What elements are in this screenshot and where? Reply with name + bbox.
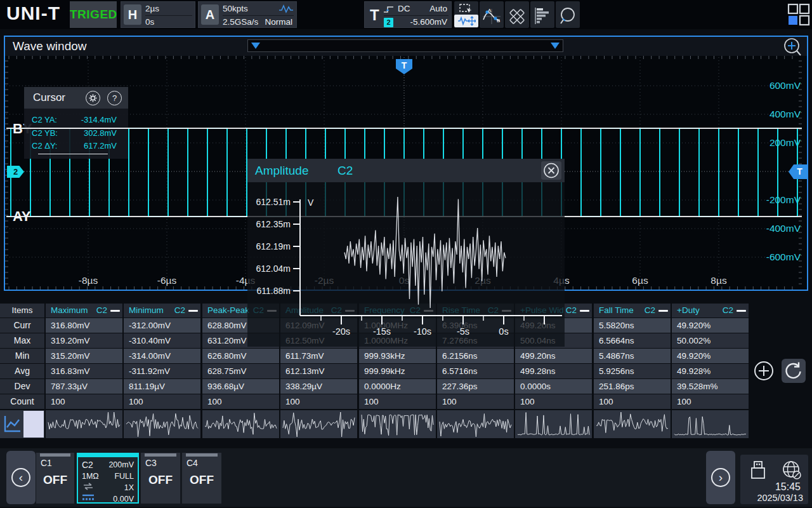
amplitude-trend-popup[interactable]: Amplitude C2 612.51m612.35m612.19m612.04… <box>247 159 565 347</box>
channel-name: C1 <box>41 458 52 468</box>
acquire-label: A <box>201 4 219 25</box>
row-label-curr: Curr <box>0 318 44 333</box>
popup-titlebar[interactable]: Amplitude C2 <box>247 159 565 182</box>
channel-color-dash <box>188 310 198 312</box>
sparkline-cell <box>672 410 749 438</box>
reset-statistics-button[interactable] <box>782 359 806 383</box>
cursor-b-line[interactable] <box>6 128 802 129</box>
measure-value-cell: 811.19µV <box>124 379 200 394</box>
tool-measure[interactable] <box>505 1 529 28</box>
trigger-status-badge: TRIGED <box>70 1 117 28</box>
measure-value-cell: 100 <box>359 394 436 409</box>
measure-value-cell: 100 <box>46 394 122 409</box>
card-tab <box>145 453 176 457</box>
zoom-in-button[interactable] <box>782 37 803 57</box>
measure-value-cell: 5.9256ns <box>594 364 671 378</box>
bottom-channel-bar: ‹ C1 OFFC2200mV1MΩFULL 1X 0.00VC3 OFFC4 … <box>0 448 812 507</box>
tool-statistics[interactable] <box>530 1 554 28</box>
channel-setting-row: C2200mV <box>82 459 134 471</box>
measure-value-cell: 6.5716ns <box>437 364 514 378</box>
measure-value-cell: 999.99kHz <box>359 364 436 378</box>
measure-value-cell: 49.920% <box>672 349 749 363</box>
measure-value-cell: 100 <box>515 394 592 409</box>
channel-card-c3[interactable]: C3 OFF <box>141 453 180 504</box>
prev-page-button[interactable]: ‹ <box>6 451 36 504</box>
measure-value-cell: 499.28ns <box>515 364 592 378</box>
channel-color-dash <box>580 310 589 312</box>
chevron-left-icon: ‹ <box>11 468 30 487</box>
trigger-panel[interactable]: T DC Auto 2 -5.600mV <box>364 1 452 28</box>
measure-column-header[interactable]: Fall TimeC2 <box>594 304 671 318</box>
clock-date: 2025/03/13 <box>757 493 803 503</box>
measure-value-cell: 999.93kHz <box>359 349 436 363</box>
add-measure-button[interactable] <box>754 361 774 381</box>
help-icon[interactable]: ? <box>107 91 122 105</box>
measure-value-cell: 6.2156ns <box>437 349 514 363</box>
box-select-icon[interactable] <box>454 2 478 15</box>
window-layout-button[interactable] <box>787 1 811 28</box>
sparkline-cell <box>124 410 200 438</box>
trend-toggle-swatch[interactable] <box>23 411 44 438</box>
measure-value-cell: 100 <box>124 394 200 409</box>
horizontal-label: H <box>124 4 141 25</box>
tool-cursor-ab[interactable]: AB <box>480 1 504 28</box>
horizontal-position-bar[interactable] <box>247 39 563 52</box>
acquire-panel[interactable]: A 50kpts 2.5GSa/s Normal <box>198 1 297 28</box>
hbar-right-arrow-icon[interactable] <box>551 43 560 49</box>
measure-value-cell: 338.29µV <box>280 379 357 394</box>
channel-setting-row: 1MΩFULL <box>82 471 134 482</box>
channel-card-c4[interactable]: C4 OFF <box>182 453 221 504</box>
channel-state: OFF <box>141 473 180 487</box>
trend-chart-icon <box>3 415 22 434</box>
close-button[interactable] <box>541 161 561 180</box>
row-label-min: Min <box>0 349 44 363</box>
sparkline-cell <box>359 410 436 438</box>
wave-drag-icon[interactable] <box>454 15 478 27</box>
sparkline-cell <box>437 410 514 438</box>
trigger-label: T <box>370 3 379 27</box>
plus-circle-icon <box>754 361 774 381</box>
horizontal-panel[interactable]: H 2µs 0s <box>121 1 195 28</box>
measure-value-cell: 100 <box>280 394 357 409</box>
tool-search[interactable] <box>556 1 580 28</box>
channel-setting-row: 1X <box>82 482 134 493</box>
brand-logo: UNI-T <box>6 3 60 24</box>
cursor-ab-icon: AB <box>480 8 504 25</box>
sparkline-cell <box>46 410 122 438</box>
system-status-panel[interactable]: 15:45 2025/03/13 <box>740 455 808 504</box>
row-label-avg: Avg <box>0 364 44 378</box>
channel-card-c1[interactable]: C1 OFF <box>36 453 74 504</box>
window-layout-icon <box>787 3 810 26</box>
cursor-panel[interactable]: Cursor ? C2 YA:-314.4mV C2 YB:302.8mV C2… <box>24 87 128 159</box>
tool-select-drag[interactable] <box>454 1 478 28</box>
channel-card-c2[interactable]: C2200mV1MΩFULL 1X 0.00V <box>77 453 139 504</box>
row-label-dev: Dev <box>0 379 44 394</box>
acquire-wave-icon <box>278 4 294 16</box>
measure-column-header[interactable]: MinimumC2 <box>124 304 200 318</box>
measure-value-cell: 0.0000Hz <box>359 379 436 394</box>
clock-time: 15:45 <box>775 481 801 493</box>
hbar-left-arrow-icon[interactable] <box>251 43 260 49</box>
trigger-coupling: DC <box>398 3 410 15</box>
gear-icon[interactable] <box>86 91 100 105</box>
measure-column-header[interactable]: +DutyC2 <box>672 304 749 318</box>
timebase-offset: 0s <box>145 15 192 28</box>
trigger-level-value: -5.600mV <box>410 16 447 29</box>
offset-ground-icon <box>82 493 96 502</box>
cursor-row-ya: C2 YA:-314.4mV <box>32 114 122 126</box>
acquire-mode: Normal <box>265 16 292 29</box>
trend-view-cell[interactable] <box>0 410 44 438</box>
measure-value-cell: 100 <box>594 394 671 409</box>
measure-value-cell: 100 <box>672 394 749 409</box>
refresh-icon <box>782 359 806 383</box>
measure-column-header[interactable]: MaximumC2 <box>46 304 122 318</box>
measure-value-cell: 316.80mV <box>46 318 122 333</box>
next-page-button[interactable]: › <box>706 451 735 504</box>
channel-color-dash <box>110 310 120 312</box>
search-zoom-icon <box>556 6 580 25</box>
measure-value-cell: 39.528m% <box>672 379 749 394</box>
card-tab <box>78 454 138 457</box>
measure-value-cell: 612.13mV <box>280 364 357 378</box>
trigger-sweep-mode: Auto <box>429 3 447 15</box>
measure-rulers-icon <box>505 8 529 25</box>
